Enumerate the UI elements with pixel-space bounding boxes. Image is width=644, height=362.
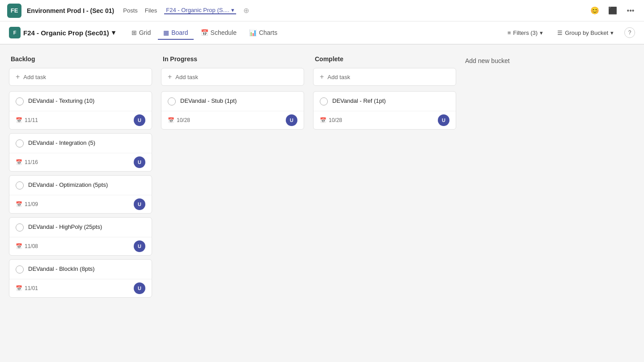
- task-card: DEVandal - HighPoly (25pts) 📅 11/08 U: [9, 217, 152, 256]
- column-backlog: Backlog+Add task DEVandal - Texturing (1…: [9, 55, 152, 351]
- task-avatar[interactable]: U: [134, 240, 145, 252]
- task-title: DEVandal - Optimization (5pts): [28, 181, 108, 189]
- project-title[interactable]: F F24 - Organic Prop (Sec01) ▾: [9, 27, 115, 38]
- task-status-circle[interactable]: [16, 97, 24, 105]
- plus-icon: +: [168, 73, 172, 81]
- task-avatar[interactable]: U: [134, 114, 145, 126]
- task-date-value: 11/09: [25, 201, 38, 207]
- task-date: 📅 10/28: [320, 117, 342, 123]
- add-task-label: Add task: [327, 74, 350, 80]
- tab-board-label: Board: [171, 29, 188, 36]
- files-link[interactable]: Files: [145, 7, 157, 14]
- calendar-icon: 📅: [16, 285, 22, 291]
- active-tab[interactable]: F24 - Organic Prop (S.... ▾: [164, 7, 236, 14]
- task-status-circle[interactable]: [320, 97, 328, 105]
- plus-icon: +: [320, 73, 324, 81]
- plus-icon: +: [16, 73, 20, 81]
- calendar-icon: 📅: [320, 117, 326, 123]
- calendar-icon: 📅: [168, 117, 174, 123]
- task-title: DEVandal - Texturing (10): [28, 97, 94, 105]
- task-title: DEVandal - Stub (1pt): [180, 97, 237, 105]
- task-status-circle[interactable]: [16, 139, 24, 147]
- task-title: DEVandal - HighPoly (25pts): [28, 223, 102, 231]
- task-title: DEVandal - Ref (1pt): [332, 97, 386, 105]
- groupby-label: Group by Bucket: [565, 29, 608, 36]
- task-date-value: 10/28: [177, 117, 190, 123]
- filters-button[interactable]: ≡ Filters (3) ▾: [504, 28, 547, 38]
- filter-icon: ≡: [508, 29, 511, 36]
- add-task-backlog[interactable]: +Add task: [9, 68, 152, 86]
- task-date-value: 11/11: [25, 117, 38, 123]
- tab-board[interactable]: ▦ Board: [158, 26, 193, 40]
- filters-label: Filters (3): [513, 29, 538, 36]
- posts-link[interactable]: Posts: [123, 7, 138, 14]
- task-status-circle[interactable]: [16, 265, 24, 274]
- top-bar-right: 😊 ⬛ •••: [589, 4, 637, 17]
- project-chevron-icon: ▾: [112, 29, 115, 37]
- task-date: 📅 11/11: [16, 117, 38, 123]
- filters-chevron-icon: ▾: [540, 29, 543, 36]
- calendar-icon: 📅: [16, 201, 22, 207]
- task-card: DEVandal - Ref (1pt) 📅 10/28 U: [313, 91, 456, 130]
- task-status-circle[interactable]: [16, 181, 24, 189]
- add-task-complete[interactable]: +Add task: [313, 68, 456, 86]
- task-avatar[interactable]: U: [286, 114, 297, 126]
- add-tab-button[interactable]: ⊕: [243, 6, 249, 15]
- task-date: 📅 11/08: [16, 243, 38, 249]
- task-card: DEVandal - Optimization (5pts) 📅 11/09 U: [9, 175, 152, 214]
- task-avatar[interactable]: U: [134, 156, 145, 168]
- schedule-icon: 📅: [201, 29, 208, 36]
- more-icon[interactable]: •••: [624, 4, 637, 17]
- task-avatar[interactable]: U: [438, 114, 449, 126]
- task-card: DEVandal - Texturing (10) 📅 11/11 U: [9, 91, 152, 130]
- project-name: F24 - Organic Prop (Sec01): [23, 29, 109, 37]
- column-complete: Complete+Add task DEVandal - Ref (1pt) 📅…: [313, 55, 456, 351]
- add-task-inprogress[interactable]: +Add task: [161, 68, 304, 86]
- column-inprogress: In Progress+Add task DEVandal - Stub (1p…: [161, 55, 304, 351]
- column-title-complete: Complete: [313, 55, 456, 63]
- task-date: 📅 11/16: [16, 159, 38, 165]
- task-title: DEVandal - Integration (5): [28, 139, 95, 147]
- groupby-chevron-icon: ▾: [610, 29, 614, 36]
- board-icon: ▦: [163, 29, 169, 36]
- charts-icon: 📊: [249, 29, 257, 36]
- project-logo: F: [9, 27, 21, 38]
- task-avatar[interactable]: U: [134, 198, 145, 210]
- task-status-circle[interactable]: [168, 97, 176, 105]
- tab-grid[interactable]: ⊞ Grid: [126, 26, 156, 40]
- task-avatar[interactable]: U: [134, 282, 145, 294]
- board: Backlog+Add task DEVandal - Texturing (1…: [0, 45, 644, 362]
- video-icon[interactable]: ⬛: [606, 4, 619, 17]
- add-bucket-column: Add new bucket: [465, 55, 608, 351]
- app-title: Environment Prod I - (Sec 01): [27, 7, 114, 14]
- calendar-icon: 📅: [16, 243, 22, 249]
- add-bucket-button[interactable]: Add new bucket: [465, 57, 608, 64]
- task-card: DEVandal - Integration (5) 📅 11/16 U: [9, 133, 152, 172]
- column-title-inprogress: In Progress: [161, 55, 304, 63]
- tab-grid-label: Grid: [139, 29, 151, 36]
- calendar-icon: 📅: [16, 159, 22, 165]
- task-date: 📅 11/01: [16, 285, 38, 291]
- tab-schedule[interactable]: 📅 Schedule: [195, 26, 242, 40]
- top-bar: FE Environment Prod I - (Sec 01) Posts F…: [0, 0, 644, 21]
- second-bar: F F24 - Organic Prop (Sec01) ▾ ⊞ Grid ▦ …: [0, 21, 644, 45]
- chevron-icon: ▾: [231, 7, 234, 13]
- task-date-value: 11/16: [25, 159, 38, 165]
- task-card: DEVandal - Stub (1pt) 📅 10/28 U: [161, 91, 304, 130]
- column-title-backlog: Backlog: [9, 55, 152, 63]
- view-tabs: ⊞ Grid ▦ Board 📅 Schedule 📊 Charts: [126, 26, 504, 39]
- task-status-circle[interactable]: [16, 223, 24, 232]
- task-date-value: 10/28: [329, 117, 342, 123]
- task-date-value: 11/08: [25, 243, 38, 249]
- groupby-icon: ☰: [557, 29, 563, 36]
- smiley-icon[interactable]: 😊: [589, 4, 601, 17]
- tab-charts-label: Charts: [259, 29, 277, 36]
- task-date: 📅 10/28: [168, 117, 190, 123]
- add-task-label: Add task: [175, 74, 198, 80]
- tab-charts[interactable]: 📊 Charts: [244, 26, 283, 40]
- task-card: DEVandal - BlockIn (8pts) 📅 11/01 U: [9, 259, 152, 298]
- add-task-label: Add task: [23, 74, 46, 80]
- groupby-button[interactable]: ☰ Group by Bucket ▾: [554, 28, 617, 38]
- task-title: DEVandal - BlockIn (8pts): [28, 265, 95, 273]
- help-button[interactable]: ?: [624, 27, 635, 38]
